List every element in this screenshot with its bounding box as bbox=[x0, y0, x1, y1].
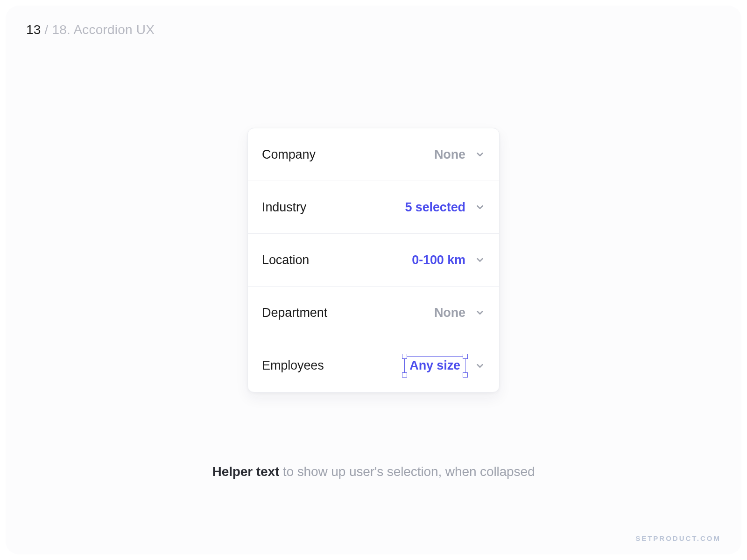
accordion-row-department[interactable]: Department None bbox=[248, 287, 499, 339]
accordion-right: 0-100 km bbox=[412, 253, 485, 267]
accordion-row-location[interactable]: Location 0-100 km bbox=[248, 234, 499, 287]
watermark: SETPRODUCT.COM bbox=[635, 534, 721, 542]
chevron-down-icon bbox=[475, 255, 485, 265]
slide-header: 13 / 18. Accordion UX bbox=[26, 22, 155, 37]
caption: Helper text to show up user's selection,… bbox=[6, 464, 741, 479]
accordion-label: Industry bbox=[262, 200, 306, 215]
chevron-down-icon bbox=[475, 361, 485, 371]
accordion-value: Any size bbox=[409, 358, 460, 373]
selection-handle-icon bbox=[402, 354, 407, 359]
accordion-label: Employees bbox=[262, 358, 324, 373]
accordion-row-employees[interactable]: Employees Any size bbox=[248, 339, 499, 392]
chevron-down-icon bbox=[475, 202, 485, 212]
accordion-card: Company None Industry 5 selected Locatio… bbox=[247, 128, 500, 392]
caption-bold: Helper text bbox=[212, 464, 280, 479]
accordion-right: None bbox=[434, 147, 485, 162]
chevron-down-icon bbox=[475, 149, 485, 160]
accordion-right: 5 selected bbox=[405, 200, 485, 215]
slide-title: . Accordion UX bbox=[67, 22, 155, 37]
accordion-label: Location bbox=[262, 253, 309, 267]
accordion-value: None bbox=[434, 306, 465, 320]
accordion-row-company[interactable]: Company None bbox=[248, 128, 499, 181]
selection-handle-icon bbox=[463, 372, 468, 378]
slide-number-separator: / bbox=[41, 22, 52, 37]
selection-highlight: Any size bbox=[404, 356, 465, 375]
accordion-right: Any size bbox=[404, 356, 485, 375]
slide-number-current: 13 bbox=[26, 22, 41, 37]
accordion-row-industry[interactable]: Industry 5 selected bbox=[248, 181, 499, 234]
accordion-label: Company bbox=[262, 147, 316, 162]
slide-frame: 13 / 18. Accordion UX Company None Indus… bbox=[6, 6, 741, 554]
accordion-value: None bbox=[434, 147, 465, 162]
selection-handle-icon bbox=[402, 372, 407, 378]
accordion-right: None bbox=[434, 306, 485, 320]
caption-rest: to show up user's selection, when collap… bbox=[279, 464, 535, 479]
accordion-value: 5 selected bbox=[405, 200, 465, 215]
selection-handle-icon bbox=[463, 354, 468, 359]
accordion-label: Department bbox=[262, 306, 327, 320]
chevron-down-icon bbox=[475, 308, 485, 318]
accordion-value: 0-100 km bbox=[412, 253, 465, 267]
slide-number-total: 18 bbox=[52, 22, 67, 37]
